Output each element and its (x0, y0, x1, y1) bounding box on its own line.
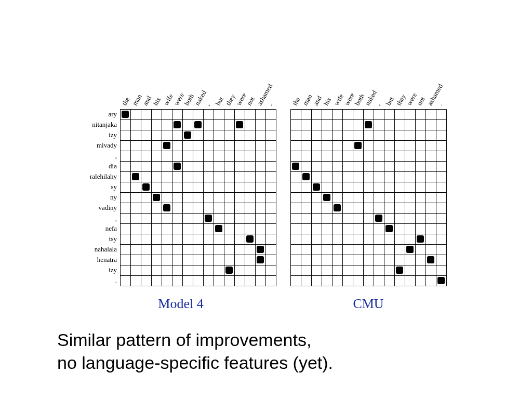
alignment-dot (313, 183, 320, 191)
alignment-dot (257, 256, 264, 263)
alignment-dot (163, 142, 170, 149)
alignment-dot (334, 204, 341, 211)
row-label: tsy (109, 235, 117, 243)
alignment-dot (194, 121, 202, 128)
heatmap-model4: themanandhiswifewerebothnaked,buttheywer… (84, 73, 278, 288)
alignment-dot (215, 225, 222, 232)
col-label: ashamed (256, 82, 274, 107)
col-label: and (141, 94, 153, 107)
row-label: . (115, 276, 117, 284)
row-label: dia (109, 162, 117, 170)
col-label: . (436, 101, 444, 107)
row-label: , (115, 214, 117, 222)
row-label: , (115, 152, 117, 159)
col-label: they (224, 92, 237, 107)
row-label: ny (110, 193, 117, 201)
col-label: both (353, 92, 366, 107)
row-label: nefa (105, 224, 117, 232)
alignment-dot (184, 131, 191, 139)
col-label: were (172, 91, 186, 107)
alignment-dot (236, 121, 243, 128)
alignment-dot (257, 246, 264, 253)
col-label: but (214, 95, 225, 107)
row-label: izy (109, 131, 117, 139)
col-label: his (322, 96, 333, 107)
alignment-dot (122, 111, 129, 118)
alignment-dot (292, 163, 299, 170)
row-label: mivady (97, 141, 117, 149)
col-label: were (235, 91, 248, 107)
matrix-model4: themanandhiswifewerebothnaked,buttheywer… (84, 73, 278, 312)
col-label: both (183, 92, 196, 107)
matrix-cmu: themanandhiswifewerebothnaked,buttheywer… (288, 73, 448, 312)
heatmap-cmu: themanandhiswifewerebothnaked,buttheywer… (288, 73, 448, 288)
alignment-dot (174, 163, 181, 170)
alignment-dot (246, 235, 254, 243)
col-label: were (343, 91, 356, 107)
caption: Similar pattern of improvements,no langu… (57, 328, 333, 374)
col-label: man (301, 92, 314, 107)
alignment-dot (163, 204, 170, 211)
alignment-dot (406, 246, 414, 253)
col-label: the (291, 96, 302, 107)
alignment-dot (153, 194, 160, 201)
alignment-charts: themanandhiswifewerebothnaked,buttheywer… (84, 73, 448, 312)
col-label: , (374, 101, 382, 107)
alignment-dot (375, 215, 382, 222)
alignment-dot (132, 173, 139, 180)
alignment-dot (437, 277, 445, 284)
row-label: sy (111, 183, 117, 191)
alignment-dot (365, 121, 372, 128)
alignment-dot (427, 256, 434, 263)
col-label: wife (162, 92, 175, 107)
alignment-dot (205, 215, 212, 222)
alignment-dot (225, 267, 233, 274)
col-label: were (405, 91, 419, 107)
col-label: but (384, 95, 395, 107)
row-label: nitanjaka (92, 121, 117, 128)
col-label: ashamed (426, 82, 445, 107)
row-label: henatra (97, 256, 117, 263)
matrix-title-model4: Model 4 (158, 296, 203, 312)
row-label: nahalala (95, 245, 117, 253)
col-label: wife (332, 92, 345, 107)
col-label: man (131, 92, 143, 107)
row-label: ralehilahy (90, 172, 117, 180)
col-label: the (121, 96, 131, 107)
alignment-dot (323, 194, 330, 201)
alignment-dot (142, 183, 150, 191)
alignment-dot (385, 225, 393, 232)
matrix-title-cmu: CMU (353, 296, 383, 312)
col-label: they (395, 92, 407, 107)
alignment-dot (174, 121, 181, 128)
col-label: his (152, 96, 163, 107)
col-label: , (204, 101, 211, 107)
alignment-dot (417, 235, 424, 243)
alignment-dot (354, 142, 362, 149)
col-label: and (312, 94, 324, 107)
alignment-dot (396, 267, 403, 274)
alignment-dot (302, 173, 310, 180)
row-label: izy (109, 266, 117, 274)
row-label: ary (108, 110, 117, 118)
row-label: vadiny (99, 204, 117, 211)
col-label: . (266, 101, 274, 107)
